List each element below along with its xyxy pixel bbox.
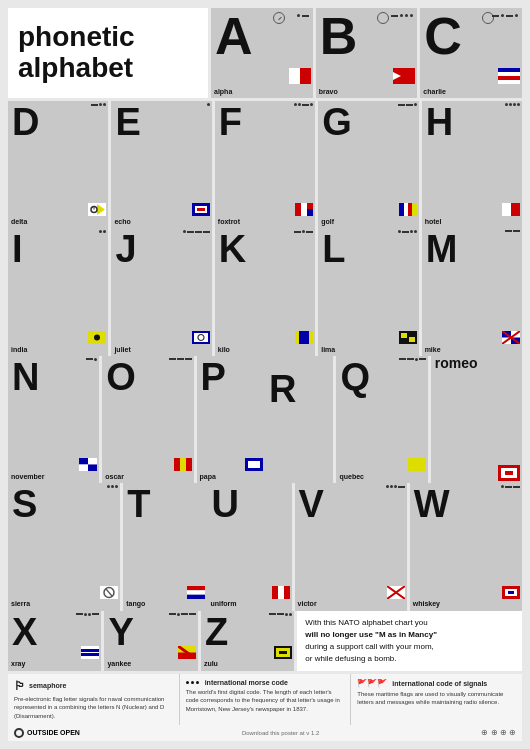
letter-M: M [422, 228, 522, 345]
flag-V [387, 586, 405, 599]
morse-Z [269, 613, 292, 616]
callout-section: With this NATO alphabet chart you will n… [297, 611, 522, 671]
callout-box: With this NATO alphabet chart you will n… [297, 611, 522, 671]
word-V: victor [295, 600, 407, 610]
word-D: delta [8, 218, 108, 228]
letter-U: U [207, 483, 291, 600]
word-B: bravo [316, 88, 418, 98]
grid-row-3: I india J juliet K kilo [8, 228, 522, 355]
letter-W: W [410, 483, 522, 600]
info-semaphore: 🏳 semaphore Pre-electronic flag letter s… [8, 674, 180, 725]
letter-E: E [111, 101, 211, 218]
svg-rect-27 [511, 203, 520, 216]
flag-U [272, 586, 290, 599]
svg-rect-48 [180, 458, 186, 471]
letter-cell-H: H hotel [422, 101, 522, 228]
letter-cell-E: E echo [111, 101, 211, 228]
svg-rect-0 [289, 68, 300, 84]
letter-cell-R2: romeo [431, 356, 522, 483]
svg-rect-19 [307, 203, 313, 209]
letter-cell-Z: Z zulu [201, 611, 294, 671]
svg-rect-25 [412, 203, 417, 216]
flag-G [399, 203, 417, 216]
svg-rect-65 [284, 586, 290, 599]
flag-L [399, 331, 417, 344]
letter-H: H [422, 101, 522, 218]
morse-O [169, 358, 192, 360]
letter-N: N [8, 356, 99, 473]
bottom-bar: OUTSIDE OPEN Download this poster at v 1… [8, 725, 522, 741]
word-I: india [8, 346, 108, 356]
letter-cell-M: M mike [422, 228, 522, 355]
flag-E [192, 203, 210, 216]
page-title: phonetic alphabet [18, 22, 135, 84]
morse-M [505, 230, 520, 232]
morse-B [391, 14, 413, 17]
semaphore-text: Pre-electronic flag letter signals for n… [14, 695, 173, 720]
word-P: papa [197, 473, 265, 483]
semaphore-icon: 🏳 [14, 679, 26, 693]
letter-cell-B: B bravo [316, 8, 418, 98]
flag-X [81, 646, 99, 659]
flag-J [192, 331, 210, 344]
letter-cell-A: A alpha [211, 8, 313, 98]
flag-I [88, 331, 106, 344]
word-K: kilo [215, 346, 315, 356]
letter-G: G [318, 101, 418, 218]
morse-D [91, 103, 106, 106]
svg-marker-80 [279, 651, 287, 654]
info-section: 🏳 semaphore Pre-electronic flag letter s… [8, 674, 522, 725]
morse-V [386, 485, 405, 488]
signals-text: These maritime flags are used to visuall… [357, 690, 516, 707]
svg-rect-24 [408, 203, 412, 216]
flag-N [79, 458, 97, 471]
svg-rect-34 [299, 331, 309, 344]
morse-G [398, 103, 417, 106]
svg-rect-47 [174, 458, 180, 471]
svg-rect-26 [502, 203, 511, 216]
word-U: uniform [207, 600, 291, 610]
word-H: hotel [422, 218, 522, 228]
svg-rect-20 [307, 209, 313, 216]
letter-cell-X: X xray [8, 611, 101, 671]
morse-X [76, 613, 99, 616]
svg-rect-62 [187, 595, 205, 599]
letter-cell-D: D delta [8, 101, 108, 228]
flag-T [187, 586, 205, 599]
signals-title: 🚩🚩🚩 international code of signals [357, 679, 516, 688]
morse-S [107, 485, 118, 488]
flag-A [289, 68, 311, 84]
logo: OUTSIDE OPEN [14, 728, 80, 738]
morse-title: international morse code [186, 679, 345, 686]
letter-T: T [123, 483, 207, 600]
letter-cell-O: O oscar [102, 356, 193, 483]
flag-R [498, 465, 520, 481]
flag-Q [408, 458, 426, 471]
logo-text: OUTSIDE OPEN [27, 729, 80, 736]
svg-rect-46 [88, 465, 97, 472]
flag-D [88, 203, 106, 216]
letter-cell-TU: T tango U uniform [123, 483, 291, 610]
svg-rect-15 [197, 208, 205, 211]
morse-Y [169, 613, 196, 616]
letter-D: D [8, 101, 108, 218]
flag-P [245, 458, 263, 471]
word-S: sierra [8, 600, 120, 610]
word-N: november [8, 473, 99, 483]
letter-cell-PR: P papa R [197, 356, 334, 483]
letter-cell-N: N november [8, 356, 99, 483]
romeo-label: romeo [431, 356, 522, 483]
word-A: alpha [211, 88, 313, 98]
svg-rect-60 [187, 586, 205, 590]
morse-W [501, 485, 520, 488]
header-row: phonetic alphabet A alpha B b [8, 8, 522, 98]
svg-rect-55 [505, 471, 513, 475]
page: phonetic alphabet A alpha B b [0, 0, 530, 749]
morse-N [86, 358, 97, 361]
word-L: lima [318, 346, 418, 356]
flag-K [295, 331, 313, 344]
word-C: charlie [420, 88, 522, 98]
word-T: tango [123, 600, 207, 610]
letter-cell-F: F foxtrot [215, 101, 315, 228]
letter-K: K [215, 228, 315, 345]
